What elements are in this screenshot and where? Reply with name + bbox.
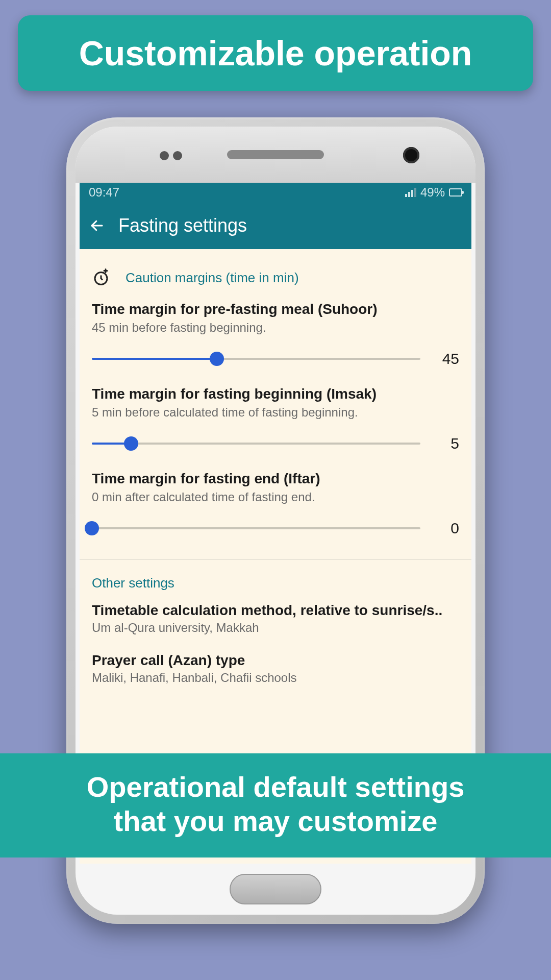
slider-thumb[interactable] — [85, 521, 99, 535]
slider-value: 5 — [435, 435, 459, 452]
battery-icon — [449, 188, 462, 197]
section-header-label: Caution margins (time in min) — [126, 270, 299, 286]
setting-suhoor[interactable]: Time margin for pre-fasting meal (Suhoor… — [80, 301, 471, 386]
setting-title: Time margin for fasting end (Iftar) — [92, 471, 459, 487]
slider-thumb[interactable] — [210, 352, 224, 366]
setting-subtitle: Maliki, Hanafi, Hanbali, Chafii schools — [92, 671, 459, 685]
setting-subtitle: 0 min after calculated time of fasting e… — [92, 490, 459, 504]
battery-percent: 49% — [420, 185, 445, 200]
setting-title: Timetable calculation method, relative t… — [92, 602, 459, 619]
setting-title: Time margin for fasting beginning (Imsak… — [92, 386, 459, 402]
signal-icon — [405, 188, 416, 197]
slider-thumb[interactable] — [124, 436, 138, 451]
page-title: Fasting settings — [118, 215, 247, 236]
slider-value: 0 — [435, 520, 459, 537]
setting-imsak[interactable]: Time margin for fasting beginning (Imsak… — [80, 386, 471, 471]
slider-value: 45 — [435, 350, 459, 368]
app-bar: Fasting settings — [80, 202, 471, 249]
slider-iftar[interactable] — [92, 527, 420, 529]
setting-title: Prayer call (Azan) type — [92, 652, 459, 669]
setting-subtitle: Um al-Qura university, Makkah — [92, 621, 459, 635]
promo-bottom-banner: Operational default settings that you ma… — [0, 753, 551, 857]
bottom-banner-line1: Operational default settings — [10, 770, 541, 804]
bottom-banner-line2: that you may customize — [10, 804, 541, 838]
back-button[interactable] — [89, 217, 105, 234]
setting-title: Time margin for pre-fasting meal (Suhoor… — [92, 301, 459, 317]
setting-subtitle: 5 min before calculated time of fasting … — [92, 405, 459, 420]
slider-suhoor[interactable] — [92, 358, 420, 360]
slider-imsak[interactable] — [92, 443, 420, 445]
arrow-left-icon — [89, 218, 105, 233]
section-header-label: Other settings — [92, 575, 174, 591]
settings-content: Caution margins (time in min) Time margi… — [80, 249, 471, 702]
clock-plus-icon — [92, 268, 110, 287]
status-time: 09:47 — [89, 185, 119, 200]
section-header-other: Other settings — [80, 560, 471, 602]
setting-iftar[interactable]: Time margin for fasting end (Iftar) 0 mi… — [80, 471, 471, 555]
slider-fill — [92, 358, 217, 360]
setting-subtitle: 45 min before fasting beginning. — [92, 321, 459, 335]
setting-azan-type[interactable]: Prayer call (Azan) type Maliki, Hanafi, … — [80, 652, 471, 702]
promo-top-banner: Customizable operation — [18, 15, 533, 91]
status-bar: 09:47 49% — [80, 183, 471, 202]
setting-calculation-method[interactable]: Timetable calculation method, relative t… — [80, 602, 471, 652]
home-button[interactable] — [230, 874, 321, 904]
section-header-caution: Caution margins (time in min) — [80, 249, 471, 301]
phone-bezel-top — [76, 127, 475, 183]
